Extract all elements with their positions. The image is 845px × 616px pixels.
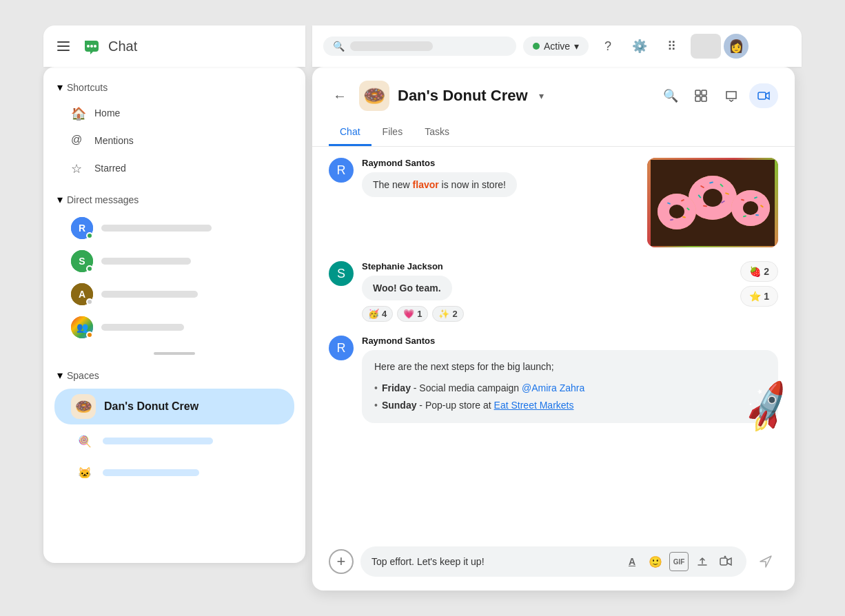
msg-bubble-2: Woo! Go team. [362,276,452,300]
svg-point-1 [87,45,90,48]
help-button[interactable]: ? [595,34,620,59]
svg-point-22 [669,205,684,218]
settings-button[interactable]: ⚙️ [627,34,652,59]
user-avatar-placeholder [691,34,721,59]
msg-avatar-raymond-1: R [329,158,354,183]
tab-files[interactable]: Files [371,119,414,146]
back-button[interactable]: ← [329,85,351,107]
msg-sender-2: Stephanie Jackson [362,261,732,271]
upload-button[interactable] [693,552,712,571]
active-status-badge[interactable]: Active ▾ [523,37,589,56]
space-emoji-3: 🐱 [75,463,94,482]
dm-section-header[interactable]: ▾ Direct messages [43,187,305,212]
svg-point-2 [90,45,93,48]
star-icon: ☆ [71,161,85,175]
mentions-icon: @ [71,134,85,147]
space-name-3 [103,469,199,476]
search-chat-button[interactable]: 🔍 [658,83,683,108]
svg-rect-6 [695,96,700,101]
video-call-button[interactable] [749,83,778,108]
text-format-button[interactable]: A [622,552,642,571]
reaction-sparkle[interactable]: ✨2 [432,306,463,322]
svg-point-37 [724,556,726,558]
msg-intro: Here are the next steps for the big laun… [374,358,766,376]
dm-item-2[interactable]: S [43,245,305,278]
scrollbar[interactable] [154,352,195,355]
msg-bubble-1: The new flavor is now in store! [362,172,517,197]
input-container: A 🙂 GIF [360,546,746,577]
nav-mentions-label: Mentions [94,135,134,146]
active-dot [533,43,540,50]
active-chevron: ▾ [574,41,579,52]
chat-input[interactable] [371,556,617,567]
nav-item-mentions[interactable]: @ Mentions [43,127,294,154]
flavor-highlight: flavor [413,179,439,190]
msg-avatar-raymond-2: R [329,336,354,360]
svg-rect-36 [720,558,727,565]
msg-bubble-3: Here are the next steps for the big laun… [362,350,778,423]
shortcuts-chevron: ▾ [57,81,63,94]
dm-chevron: ▾ [57,193,63,206]
group-name-chevron[interactable]: ▾ [539,90,544,101]
msg-content-1: Raymond Santos The new flavor is now in … [362,158,639,197]
reaction-heart[interactable]: 💗1 [397,306,428,322]
reaction-party[interactable]: 🥳4 [362,306,393,322]
dm-item-1[interactable]: R [43,212,305,245]
side-reactions: 🍓2 ⭐1 [740,261,778,307]
message-2-reactions: 🥳4 💗1 ✨2 [362,306,732,322]
tab-chat[interactable]: Chat [329,119,371,146]
space-item-3[interactable]: 🐱 [54,458,294,488]
send-button[interactable] [753,549,778,574]
side-reaction-strawberry[interactable]: 🍓2 [740,261,778,282]
nav-home-label: Home [94,107,120,119]
emoji-button[interactable]: 🙂 [646,552,665,571]
dm-name-3 [101,291,198,298]
message-row-1: R Raymond Santos The new flavor is now i… [329,158,778,247]
messages-area: R Raymond Santos The new flavor is now i… [312,147,795,538]
thread-button[interactable] [719,83,744,108]
dm-item-3[interactable]: A [43,278,305,311]
spaces-section-header[interactable]: ▾ Spaces [43,363,305,387]
shortcuts-section-header[interactable]: ▾ Shortcuts [43,75,305,99]
dm-avatar-2: S [71,250,93,272]
side-reaction-star[interactable]: ⭐1 [740,286,778,307]
message-row-2: S Stephanie Jackson Woo! Go team. 🥳4 💗1 … [329,261,778,322]
app-title: Chat [108,39,137,54]
bullet-friday: • Friday - Social media campaign @Amira … [374,380,766,397]
nav-item-starred[interactable]: ☆ Starred [43,154,294,182]
nav-item-home[interactable]: 🏠 Home [43,99,294,127]
shortcuts-label: Shortcuts [67,82,108,93]
msg-sender-3: Raymond Santos [362,336,778,346]
space-item-donut-crew[interactable]: 🍩 Dan's Donut Crew [54,389,294,424]
view-toggle-button[interactable] [689,83,713,108]
bullet-sunday: • Sunday - Pop-up store at Eat Street Ma… [374,397,766,414]
gif-button[interactable]: GIF [669,552,689,571]
dm-name-4 [101,324,184,331]
home-icon: 🏠 [71,106,85,120]
search-bar[interactable]: 🔍 [323,37,516,56]
hamburger-menu[interactable] [57,38,74,54]
mention-amira[interactable]: @Amira Zahra [522,382,584,393]
user-avatar[interactable]: 👩 [724,34,749,59]
svg-rect-4 [695,90,700,95]
space-item-2[interactable]: 🍭 [54,426,294,456]
msg-avatar-stephanie: S [329,261,354,286]
donut-image [647,158,778,247]
dm-avatar-3: A [71,283,93,305]
svg-point-30 [743,201,758,215]
dm-item-4[interactable]: 👥 [43,311,305,344]
tab-tasks[interactable]: Tasks [414,119,460,146]
apps-button[interactable]: ⠿ [659,34,684,59]
add-video-button[interactable] [716,552,735,571]
svg-point-12 [703,189,722,207]
msg-content-3: Raymond Santos Here are the next steps f… [362,336,778,423]
link-eat-street[interactable]: Eat Street Markets [494,400,574,411]
svg-point-3 [94,45,96,48]
spaces-chevron: ▾ [57,369,63,382]
search-icon: 🔍 [333,41,345,52]
msg-content-2: Stephanie Jackson Woo! Go team. 🥳4 💗1 ✨2 [362,261,732,322]
dm-name-2 [101,258,191,265]
add-attachment-button[interactable]: + [329,549,354,574]
dm-avatar-4: 👥 [71,316,93,338]
space-emoji-2: 🍭 [75,431,94,451]
